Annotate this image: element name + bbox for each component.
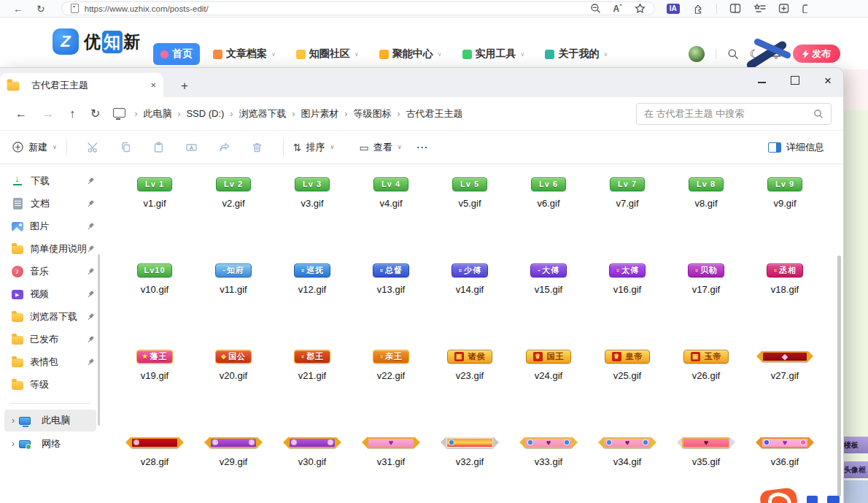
maximize-button[interactable] bbox=[791, 76, 799, 85]
clipped-toolbar-icon[interactable] bbox=[802, 4, 807, 13]
add-collection-icon[interactable] bbox=[778, 3, 790, 14]
site-logo[interactable]: Z 优知新 bbox=[53, 28, 141, 55]
split-screen-icon[interactable] bbox=[729, 3, 741, 14]
file-item[interactable]: »亲王v22.gif bbox=[354, 342, 427, 428]
copy-icon[interactable] bbox=[120, 141, 132, 153]
nav-item-2[interactable]: 文章档案∨ bbox=[206, 43, 283, 65]
close-button[interactable]: × bbox=[824, 74, 832, 87]
breadcrumb-item[interactable]: SSD (D:) bbox=[186, 108, 224, 119]
url-text[interactable]: https://www.uzhix.com/posts-edit/ bbox=[85, 4, 584, 13]
file-item[interactable]: ▣诸侯v23.gif bbox=[433, 342, 506, 428]
sort-button[interactable]: ⇅ 排序 ∨ bbox=[293, 141, 335, 154]
bottom-blue-widget[interactable] bbox=[807, 496, 818, 503]
nav-item-3[interactable]: 知圈社区∨ bbox=[289, 43, 366, 65]
nav-back-icon[interactable]: ← bbox=[15, 108, 27, 120]
share-icon[interactable] bbox=[218, 141, 230, 153]
file-item[interactable]: ▣玉帝v26.gif bbox=[670, 342, 743, 428]
file-item[interactable]: Lv 8v8.gif bbox=[670, 169, 743, 256]
search-icon[interactable] bbox=[727, 48, 739, 60]
file-item[interactable]: ♥v35.gif bbox=[670, 428, 743, 503]
file-item[interactable]: Lv10v10.gif bbox=[118, 256, 191, 342]
sidebar-item[interactable]: 视频 bbox=[0, 283, 101, 305]
sidebar-item[interactable]: 已发布 bbox=[0, 328, 101, 350]
file-item[interactable]: »总督v13.gif bbox=[354, 256, 427, 342]
file-item[interactable]: »贝勒v17.gif bbox=[670, 256, 743, 342]
file-item[interactable]: Lv 2v2.gif bbox=[197, 169, 270, 256]
more-options-icon[interactable]: ⋯ bbox=[416, 140, 429, 154]
cut-icon[interactable] bbox=[87, 141, 99, 153]
file-item[interactable]: ◆v27.gif bbox=[748, 342, 821, 428]
file-item[interactable]: Lv 7v7.gif bbox=[591, 169, 664, 256]
read-aloud-icon[interactable]: A” bbox=[613, 4, 622, 14]
breadcrumb-item[interactable]: 等级图标 bbox=[353, 107, 391, 120]
tree-item[interactable]: ›此电脑 bbox=[4, 410, 96, 431]
file-item[interactable]: Lv 1v1.gif bbox=[118, 169, 191, 256]
minimize-button[interactable] bbox=[758, 82, 766, 83]
sidebar-item[interactable]: 表情包 bbox=[0, 350, 101, 373]
sidebar-item[interactable]: 浏览器下载 bbox=[0, 305, 101, 328]
breadcrumb-item[interactable]: 浏览器下载 bbox=[239, 107, 286, 120]
delete-icon[interactable] bbox=[251, 141, 263, 153]
file-item[interactable]: Lv 6v6.gif bbox=[512, 169, 585, 256]
breadcrumb[interactable]: ›此电脑›SSD (D:)›浏览器下载›图片素材›等级图标›古代君王主题 bbox=[112, 102, 629, 126]
file-area-scrollbar[interactable] bbox=[837, 256, 841, 496]
file-item[interactable]: v28.gif bbox=[118, 428, 191, 503]
file-item[interactable]: ♥v31.gif bbox=[354, 428, 427, 503]
sidebar-item[interactable]: 等级 bbox=[0, 373, 101, 396]
paste-icon[interactable] bbox=[152, 141, 165, 153]
nav-item-1[interactable]: 首页 bbox=[153, 43, 200, 65]
file-item[interactable]: v30.gif bbox=[276, 428, 349, 503]
file-item[interactable]: ♥v33.gif bbox=[512, 428, 585, 503]
sidebar-item[interactable]: 简单使用说明 bbox=[0, 237, 101, 260]
collections-icon[interactable] bbox=[753, 3, 766, 14]
nav-up-icon[interactable]: ↑ bbox=[69, 108, 75, 120]
tab-close-icon[interactable]: × bbox=[150, 80, 156, 91]
file-item[interactable]: ♛国王v24.gif bbox=[512, 342, 585, 428]
tree-item[interactable]: ›网络 bbox=[4, 433, 96, 455]
sidebar-item[interactable]: 文档 bbox=[0, 192, 101, 215]
rename-icon[interactable] bbox=[185, 141, 198, 153]
breadcrumb-item[interactable]: 此电脑 bbox=[143, 107, 171, 120]
new-button[interactable]: 新建 ∨ bbox=[12, 141, 57, 154]
file-item[interactable]: »少傅v14.gif bbox=[433, 256, 506, 342]
sidebar-item[interactable]: 图片 bbox=[0, 215, 101, 237]
file-item[interactable]: v32.gif bbox=[433, 428, 506, 503]
nav-item-6[interactable]: 关于我的∨ bbox=[538, 43, 615, 65]
nav-refresh-icon[interactable]: ↻ bbox=[90, 108, 100, 120]
breadcrumb-item[interactable]: 古代君王主题 bbox=[406, 107, 462, 120]
sidebar-scrollbar[interactable] bbox=[98, 254, 100, 426]
browser-back-icon[interactable]: ← bbox=[13, 4, 23, 14]
file-item[interactable]: ♛皇帝v25.gif bbox=[591, 342, 664, 428]
new-tab-button[interactable]: + bbox=[181, 80, 188, 92]
file-item[interactable]: »郡王v21.gif bbox=[276, 342, 349, 428]
explorer-tab[interactable]: 古代君王主题 × bbox=[0, 73, 163, 97]
nav-item-5[interactable]: 实用工具∨ bbox=[455, 43, 532, 65]
sidebar-item[interactable]: 下载 bbox=[0, 169, 101, 192]
bottom-blue-widget[interactable] bbox=[827, 496, 840, 503]
avatar[interactable] bbox=[689, 46, 705, 62]
nav-forward-icon[interactable]: → bbox=[42, 108, 54, 120]
file-item[interactable]: »丞相v18.gif bbox=[748, 256, 821, 342]
browser-refresh-icon[interactable]: ↻ bbox=[36, 4, 45, 14]
file-item[interactable]: Lv 4v4.gif bbox=[354, 169, 427, 256]
file-item[interactable]: Lv 9v9.gif bbox=[748, 169, 821, 256]
zoom-out-icon[interactable] bbox=[590, 3, 601, 14]
nav-item-4[interactable]: 聚能中心∨ bbox=[372, 43, 449, 65]
file-item[interactable]: ›知府v11.gif bbox=[197, 256, 270, 342]
breadcrumb-item[interactable]: 图片素材 bbox=[301, 107, 338, 120]
address-bar[interactable]: https://www.uzhix.com/posts-edit/ A” bbox=[61, 1, 655, 15]
search-input[interactable]: 在 古代君王主题 中搜索 bbox=[636, 103, 832, 125]
view-button[interactable]: ▭ 查看 ∨ bbox=[359, 141, 401, 154]
file-item[interactable]: ★藩王v19.gif bbox=[118, 342, 191, 428]
file-item[interactable]: ◆国公v20.gif bbox=[197, 342, 270, 428]
details-toggle[interactable]: 详细信息 bbox=[768, 141, 824, 154]
file-item[interactable]: »巡抚v12.gif bbox=[276, 256, 349, 342]
file-item[interactable]: ♥v34.gif bbox=[591, 428, 664, 503]
file-item[interactable]: v29.gif bbox=[197, 428, 270, 503]
file-item[interactable]: Lv 5v5.gif bbox=[433, 169, 506, 256]
sidebar-item[interactable]: 音乐 bbox=[0, 260, 101, 283]
file-item[interactable]: »太傅v16.gif bbox=[591, 256, 664, 342]
extensions-puzzle-icon[interactable] bbox=[692, 3, 704, 15]
favorite-star-icon[interactable] bbox=[635, 3, 646, 14]
ia-extension-badge[interactable]: IA bbox=[667, 4, 680, 14]
